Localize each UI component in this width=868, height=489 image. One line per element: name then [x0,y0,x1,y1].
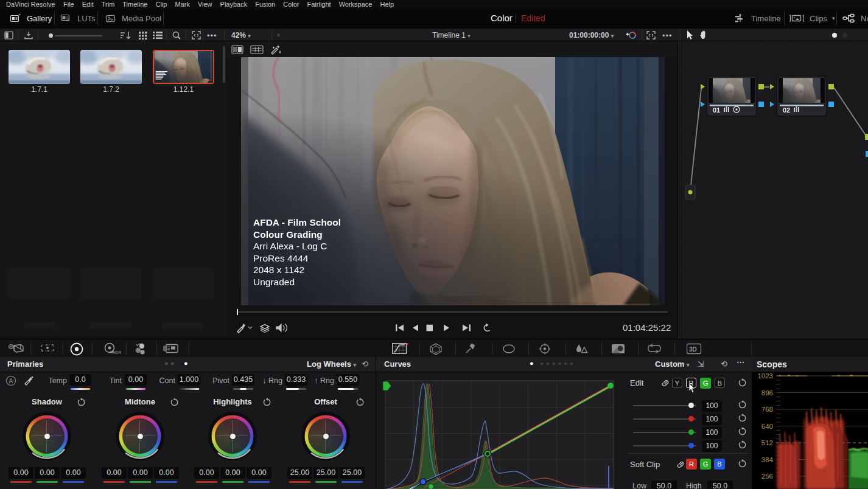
svg-text:3D: 3D [689,346,697,353]
svg-text:896: 896 [761,389,773,397]
svg-text:640: 640 [761,423,773,430]
svg-text:512: 512 [761,439,773,446]
svg-text:Colour Grading: Colour Grading [253,229,323,240]
svg-text:256: 256 [761,473,773,480]
svg-text:ProRes 4444: ProRes 4444 [253,253,309,263]
svg-text:HDR: HDR [113,350,121,355]
svg-text:Ungraded: Ungraded [253,277,295,287]
svg-text:AFDA - Film School: AFDA - Film School [253,217,341,227]
svg-text:02: 02 [783,106,790,114]
svg-text:768: 768 [761,406,773,413]
svg-text:384: 384 [761,456,774,463]
svg-text:01: 01 [713,106,720,114]
svg-text:1023: 1023 [757,372,773,380]
svg-text:Arri Alexa - Log C: Arri Alexa - Log C [253,241,327,251]
svg-text:2048 x 1142: 2048 x 1142 [253,265,304,275]
svg-text:A: A [9,378,13,384]
